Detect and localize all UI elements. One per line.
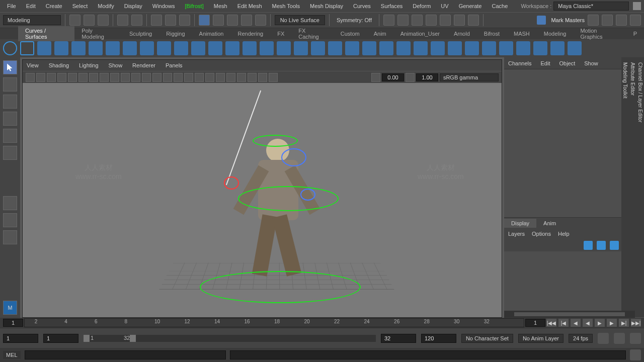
shelf-tab-rendering[interactable]: Rendering bbox=[230, 29, 270, 38]
menu-modify[interactable]: Modify bbox=[94, 2, 118, 11]
shelf-tab-anim[interactable]: Anim bbox=[367, 29, 393, 38]
cb-channels[interactable]: Channels bbox=[508, 60, 531, 66]
vp-tb-14-icon[interactable] bbox=[174, 73, 183, 82]
layout-opts-icon[interactable] bbox=[3, 230, 17, 244]
shelf-item-22-icon[interactable] bbox=[414, 41, 428, 55]
vp-tb-1-icon[interactable] bbox=[36, 73, 45, 82]
snap-plane-icon[interactable] bbox=[241, 15, 252, 26]
vp-tb-15-icon[interactable] bbox=[184, 73, 193, 82]
auto-key-icon[interactable] bbox=[598, 333, 609, 344]
step-fwd-key-icon[interactable]: ▶| bbox=[619, 319, 629, 327]
scale-tool-icon[interactable] bbox=[3, 146, 17, 160]
shelf-item-6-icon[interactable] bbox=[140, 41, 154, 55]
vp-menu-renderer[interactable]: Renderer bbox=[132, 62, 155, 68]
shelf-item-10-icon[interactable] bbox=[208, 41, 222, 55]
shelf-tab-rigging[interactable]: Rigging bbox=[159, 29, 192, 38]
snap-live-icon[interactable] bbox=[255, 15, 266, 26]
lock-icon[interactable] bbox=[633, 2, 641, 10]
shelf-tab-motion[interactable]: Motion Graphics bbox=[573, 26, 626, 41]
menu-file[interactable]: File bbox=[3, 2, 20, 11]
layer-list[interactable] bbox=[504, 251, 635, 311]
colorspace-dropdown[interactable]: sRGB gamma bbox=[440, 73, 499, 81]
shelf-item-18-icon[interactable] bbox=[345, 41, 359, 55]
vp-tb-7-icon[interactable] bbox=[100, 73, 109, 82]
shelf-item-31-icon[interactable] bbox=[568, 41, 582, 55]
menu-cache[interactable]: Cache bbox=[488, 2, 512, 11]
shelf-item-11-icon[interactable] bbox=[225, 41, 239, 55]
vp-tb-11-icon[interactable] bbox=[142, 73, 151, 82]
shelf-tab-curves[interactable]: Curves / Surfaces bbox=[18, 26, 74, 41]
command-input[interactable] bbox=[25, 350, 226, 359]
menu-mesh-display[interactable]: Mesh Display bbox=[306, 2, 347, 11]
vp-tb-12-icon[interactable] bbox=[152, 73, 162, 82]
vp-menu-shading[interactable]: Shading bbox=[49, 62, 69, 68]
vp-menu-show[interactable]: Show bbox=[109, 62, 123, 68]
shelf-item-0-icon[interactable] bbox=[37, 41, 51, 55]
cb-show[interactable]: Show bbox=[584, 60, 598, 66]
step-fwd-icon[interactable]: ▶ bbox=[607, 319, 617, 327]
shelf-tab-modeling[interactable]: Modeling bbox=[537, 29, 574, 38]
shelf-tab-bifrost[interactable]: Bifrost bbox=[477, 29, 507, 38]
anim-prefs-icon[interactable] bbox=[630, 333, 641, 344]
move-tool-icon[interactable] bbox=[3, 112, 17, 126]
head-control[interactable] bbox=[253, 135, 298, 147]
step-back-icon[interactable]: ◀ bbox=[571, 319, 581, 327]
cb-help[interactable]: Help bbox=[558, 231, 570, 237]
shelf-tab-poly[interactable]: Poly Modeling bbox=[74, 26, 122, 41]
select-tool-icon[interactable] bbox=[3, 60, 17, 74]
render-frame-icon[interactable] bbox=[397, 15, 409, 26]
paint-tool-icon[interactable] bbox=[3, 95, 17, 109]
shelf-tab-anim-user[interactable]: Animation_User bbox=[393, 29, 447, 38]
range-grip-right[interactable] bbox=[130, 335, 136, 342]
shelf-tab-arnold[interactable]: Arnold bbox=[447, 29, 477, 38]
time-slider[interactable]: 1 const _t=["2","4","6","8","10","12","1… bbox=[0, 318, 644, 328]
menu-bifrost[interactable]: [Bifrost] bbox=[181, 2, 207, 11]
channel-list[interactable] bbox=[504, 69, 635, 217]
menu-windows[interactable]: Windows bbox=[148, 2, 179, 11]
hypershade-icon[interactable] bbox=[440, 15, 451, 26]
menu-uv[interactable]: UV bbox=[437, 2, 452, 11]
snap-grid-icon[interactable] bbox=[199, 15, 210, 26]
play-back-icon[interactable]: ◀ bbox=[583, 319, 593, 327]
cb-tab-display[interactable]: Display bbox=[504, 219, 536, 228]
vp-tb-5-icon[interactable] bbox=[78, 73, 88, 82]
step-back-key-icon[interactable]: |◀ bbox=[558, 319, 569, 327]
render-view-icon[interactable] bbox=[383, 15, 394, 26]
cb-options[interactable]: Options bbox=[532, 231, 551, 237]
light-editor-icon[interactable] bbox=[454, 15, 465, 26]
hip-control[interactable] bbox=[238, 186, 339, 211]
cb-tab-anim[interactable]: Anim bbox=[536, 219, 563, 228]
range-in-field[interactable] bbox=[43, 334, 78, 343]
hand-l-control[interactable] bbox=[224, 176, 239, 190]
script-editor-icon[interactable] bbox=[630, 349, 641, 360]
shelf-tab-sculpt[interactable]: Sculpting bbox=[122, 29, 159, 38]
toggle-outliner-icon[interactable] bbox=[588, 15, 599, 26]
hand-r-control[interactable] bbox=[300, 189, 315, 201]
current-frame-right[interactable]: 1 bbox=[525, 319, 545, 327]
vp-tb-0-icon[interactable] bbox=[26, 73, 35, 82]
current-frame-left[interactable]: 1 bbox=[3, 319, 23, 327]
side-tab-channelbox[interactable]: Channel Box / Layer Editor bbox=[636, 57, 644, 318]
menu-create[interactable]: Create bbox=[42, 2, 66, 11]
layout-single-icon[interactable] bbox=[3, 196, 17, 210]
cb-edit[interactable]: Edit bbox=[540, 60, 550, 66]
vp-tb-23-icon[interactable] bbox=[269, 73, 278, 82]
toggle-tool-icon[interactable] bbox=[616, 15, 627, 26]
shelf-item-12-icon[interactable] bbox=[243, 41, 257, 55]
shelf-item-3-icon[interactable] bbox=[89, 41, 103, 55]
side-tab-toolkit[interactable]: Modeling Toolkit bbox=[621, 57, 629, 318]
new-scene-icon[interactable] bbox=[69, 15, 80, 26]
shelf-item-19-icon[interactable] bbox=[362, 41, 376, 55]
menu-generate[interactable]: Generate bbox=[455, 2, 486, 11]
anim-layer-dropdown[interactable]: No Anim Layer bbox=[518, 334, 564, 343]
cb-hscroll[interactable] bbox=[504, 311, 635, 318]
workspace-dropdown[interactable]: Maya Classic* bbox=[553, 2, 629, 11]
side-tab-attribute[interactable]: Attribute Editor bbox=[629, 57, 636, 318]
go-end-icon[interactable]: ▶▶| bbox=[631, 319, 641, 327]
shelf-item-14-icon[interactable] bbox=[277, 41, 291, 55]
shelf-item-29-icon[interactable] bbox=[533, 41, 547, 55]
layer-new-icon[interactable] bbox=[584, 241, 593, 250]
nurbs-circle-icon[interactable] bbox=[3, 41, 17, 55]
menu-surfaces[interactable]: Surfaces bbox=[377, 2, 407, 11]
fps-dropdown[interactable]: 24 fps bbox=[569, 334, 593, 343]
